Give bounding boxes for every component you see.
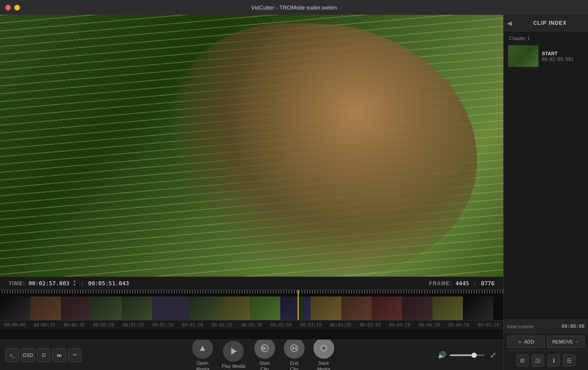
- total-time: 00:05:51.043: [88, 280, 129, 287]
- tc-16: 00:05:19: [478, 323, 499, 327]
- skip-end-button[interactable]: ⏭: [52, 348, 66, 362]
- time-up-icon[interactable]: ▲: [73, 280, 76, 283]
- add-label: ADD: [524, 339, 534, 344]
- osd-button[interactable]: OSD: [21, 348, 35, 362]
- add-clip-button[interactable]: ＋ ADD: [507, 336, 545, 348]
- info-bar: TIME: 00:02:57.803 ▲ ▼ / 00:05:51.043 FR…: [0, 277, 503, 290]
- tc-0: 00:00:00: [4, 323, 25, 327]
- tc-11: 00:03:39: [330, 323, 351, 327]
- remove-icon: －: [575, 339, 579, 345]
- cut-button[interactable]: ✂: [68, 348, 82, 362]
- tc-5: 00:01:39: [153, 323, 173, 327]
- frame-section: FRAME: 4445 / 8776: [429, 280, 495, 287]
- sidebar-back-button[interactable]: ◀: [507, 20, 512, 27]
- add-icon: ＋: [518, 339, 522, 345]
- right-sidebar: ◀ CLIP INDEX Chapter 1 START 00:02:09.08…: [503, 15, 588, 370]
- clip-start-time: 00:02:09.083: [542, 57, 573, 62]
- list-icon[interactable]: ☰: [563, 354, 575, 367]
- tc-14: 00:04:39: [419, 323, 440, 327]
- titlebar: VidCutter - TROMsite trailer.webm: [0, 0, 588, 15]
- timeline-area[interactable]: 00:00:00 00:00:19 00:00:39 00:00:59 00:0…: [0, 290, 503, 340]
- svg-marker-1: [231, 348, 237, 355]
- tc-6: 00:01:59: [182, 323, 203, 327]
- open-media-label: OpenMedia: [196, 360, 209, 370]
- runtime-label: total runtime: [507, 324, 534, 329]
- time-section: TIME: 00:02:57.803 ▲ ▼ / 00:05:51.043: [9, 280, 129, 287]
- tc-7: 00:02:19: [212, 323, 233, 327]
- tc-15: 00:04:59: [448, 323, 469, 327]
- thumb-10: [280, 297, 311, 320]
- controls-bar: >_ OSD ⊡ ⏭ ✂: [0, 340, 503, 370]
- volume-slider[interactable]: [450, 354, 485, 356]
- clip-list[interactable]: Chapter 1 START 00:02:09.083: [504, 31, 588, 320]
- thumb-15: [432, 297, 463, 320]
- time-down-icon[interactable]: ▼: [73, 283, 76, 287]
- save-media-icon: [313, 338, 334, 359]
- end-clip-button[interactable]: EndClip: [284, 338, 305, 370]
- tc-1: 00:00:19: [34, 323, 55, 327]
- time-adjust[interactable]: ▲ ▼: [73, 280, 76, 287]
- current-time: 00:02:57.803: [29, 280, 70, 287]
- thumb-2: [30, 297, 61, 320]
- tc-12: 00:03:59: [359, 323, 380, 327]
- save-media-button[interactable]: SaveMedia: [313, 338, 334, 370]
- skip-end-icon: ⏭: [57, 353, 62, 358]
- action-buttons: OpenMedia Play Media: [89, 338, 438, 370]
- separator: /: [82, 280, 83, 287]
- runtime-section: total runtime 00:00:00: [504, 320, 588, 333]
- end-clip-icon: [284, 338, 305, 359]
- minimize-button[interactable]: [14, 5, 20, 10]
- tc-4: 00:01:19: [123, 323, 143, 327]
- video-frame: [0, 15, 503, 277]
- cut-icon: ✂: [73, 352, 77, 358]
- play-media-button[interactable]: Play Media: [222, 341, 245, 369]
- clip-thumbnail: [508, 45, 538, 67]
- clip-thumb-image: [508, 45, 538, 67]
- terminal-icon: >_: [10, 353, 15, 358]
- left-controls: >_ OSD ⊡ ⏭ ✂: [5, 348, 82, 362]
- thumb-4: [91, 297, 122, 320]
- open-media-button[interactable]: OpenMedia: [192, 338, 213, 370]
- end-clip-label: EndClip: [290, 360, 299, 370]
- play-media-icon: [223, 341, 244, 362]
- total-frames: 8776: [481, 280, 495, 287]
- sidebar-bottom: ⚙ 🎥 ℹ ☰: [504, 350, 588, 370]
- settings-icon[interactable]: ⚙: [516, 354, 528, 367]
- right-controls: 🔊 ⤢: [438, 349, 498, 362]
- frame-separator: /: [474, 280, 475, 287]
- timeline-track[interactable]: [0, 290, 503, 320]
- remove-label: REMOVE: [552, 339, 573, 344]
- thumb-5: [122, 297, 152, 320]
- save-media-label: SaveMedia: [317, 360, 330, 370]
- video-area: TIME: 00:02:57.803 ▲ ▼ / 00:05:51.043 FR…: [0, 15, 503, 370]
- close-button[interactable]: [5, 5, 11, 10]
- clip-start-label: START: [542, 51, 573, 56]
- thumb-9: [250, 297, 280, 320]
- info-icon[interactable]: ℹ: [548, 354, 560, 367]
- time-label: TIME:: [9, 280, 25, 287]
- fullscreen-button[interactable]: ⤢: [488, 349, 498, 362]
- terminal-button[interactable]: >_: [5, 348, 19, 362]
- clip-item[interactable]: START 00:02:09.083: [507, 44, 585, 68]
- playhead[interactable]: [298, 290, 299, 320]
- thumb-11: [311, 297, 341, 320]
- chapter-label: Chapter 1: [507, 35, 585, 42]
- remove-clip-button[interactable]: REMOVE －: [547, 336, 585, 348]
- timecode-labels: 00:00:00 00:00:19 00:00:39 00:00:59 00:0…: [0, 323, 503, 327]
- tc-8: 00:02:39: [241, 323, 262, 327]
- runtime-value: 00:00:00: [561, 323, 585, 329]
- svg-marker-6: [292, 347, 296, 350]
- screenshot-button[interactable]: ⊡: [37, 348, 50, 362]
- tc-13: 00:04:19: [389, 323, 410, 327]
- thumb-12: [341, 297, 372, 320]
- window-title: VidCutter - TROMsite trailer.webm: [251, 4, 337, 11]
- current-frame: 4445: [455, 280, 469, 287]
- thumb-3: [61, 297, 91, 320]
- thumb-1: [0, 297, 30, 320]
- video-settings-icon[interactable]: 🎥: [532, 354, 544, 367]
- start-clip-button[interactable]: StartClip: [254, 338, 275, 370]
- thumb-14: [402, 297, 432, 320]
- video-player[interactable]: [0, 15, 503, 277]
- frame-label: FRAME:: [429, 280, 452, 287]
- video-content: [173, 23, 477, 276]
